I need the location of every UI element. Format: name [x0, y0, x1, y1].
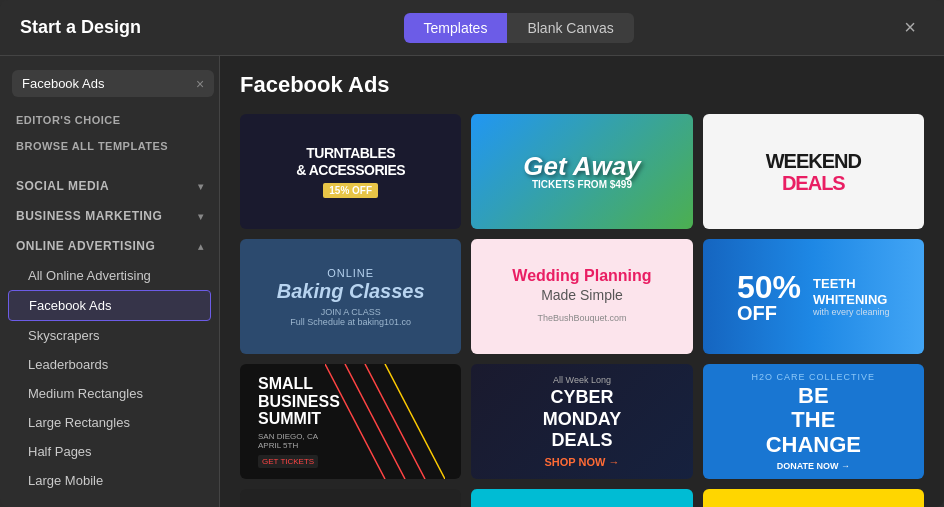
- template-card[interactable]: H2O CARE COLLECTIVE BETHECHANGE DONATE N…: [703, 364, 924, 479]
- template-card[interactable]: WEEKENDDEALS: [703, 114, 924, 229]
- chevron-up-icon: ▴: [198, 241, 204, 252]
- tab-templates[interactable]: Templates: [404, 13, 508, 43]
- chevron-down-icon: ▾: [198, 181, 204, 192]
- start-a-design-modal: Start a Design Templates Blank Canvas × …: [0, 0, 944, 507]
- sidebar-item-skyscrapers[interactable]: Skyscrapers: [0, 321, 219, 350]
- sidebar-item-leaderboards[interactable]: Leaderboards: [0, 350, 219, 379]
- close-button[interactable]: ×: [896, 12, 924, 43]
- search-input[interactable]: [22, 76, 190, 91]
- template-card[interactable]: All Week Long CYBERMONDAYDEALS SHOP NOW …: [471, 364, 692, 479]
- content-title: Facebook Ads: [240, 72, 924, 98]
- sidebar-item-facebook-ads[interactable]: Facebook Ads: [8, 290, 211, 321]
- sidebar-item-business-marketing[interactable]: BUSINESS MARKETING ▾: [0, 201, 219, 231]
- category-label: BUSINESS MARKETING: [16, 209, 162, 223]
- modal-header: Start a Design Templates Blank Canvas ×: [0, 0, 944, 56]
- sidebar-item-half-pages[interactable]: Half Pages: [0, 437, 219, 466]
- sidebar-item-social-media[interactable]: SOCIAL MEDIA ▾: [0, 171, 219, 201]
- template-card[interactable]: [471, 489, 692, 507]
- category-label: ONLINE ADVERTISING: [16, 239, 155, 253]
- category-label: SOCIAL MEDIA: [16, 179, 109, 193]
- template-card[interactable]: TURNTABLES& ACCESSORIES 15% OFF: [240, 114, 461, 229]
- sidebar-item-online-advertising[interactable]: ONLINE ADVERTISING ▴: [0, 231, 219, 261]
- template-card[interactable]: Wedding Planning Made SimpleTheBushBouqu…: [471, 239, 692, 354]
- tab-blank-canvas[interactable]: Blank Canvas: [507, 13, 633, 43]
- clear-search-button[interactable]: ×: [196, 77, 204, 91]
- sidebar: × EDITOR'S CHOICE BROWSE ALL TEMPLATES S…: [0, 56, 220, 507]
- template-card[interactable]: [703, 489, 924, 507]
- templates-grid: TURNTABLES& ACCESSORIES 15% OFF Get Away…: [240, 114, 924, 507]
- header-tabs: Templates Blank Canvas: [404, 13, 634, 43]
- template-card[interactable]: SmallBusinessSummit SAN DIEGO, CAAPRIL 5…: [240, 364, 461, 479]
- sidebar-item-all-online-advertising[interactable]: All Online Advertising: [0, 261, 219, 290]
- template-card[interactable]: 50% OFF TEETHWHITENING with every cleani…: [703, 239, 924, 354]
- browse-all-link[interactable]: BROWSE ALL TEMPLATES: [0, 133, 219, 159]
- template-card[interactable]: Online Baking Classes JOIN A CLASSFull S…: [240, 239, 461, 354]
- main-content: Facebook Ads TURNTABLES& ACCESSORIES 15%…: [220, 56, 944, 507]
- sidebar-item-large-rectangles[interactable]: Large Rectangles: [0, 408, 219, 437]
- template-card[interactable]: Get Away TICKETS FROM $499: [471, 114, 692, 229]
- search-wrapper: ×: [12, 70, 214, 97]
- sidebar-item-medium-rectangles[interactable]: Medium Rectangles: [0, 379, 219, 408]
- sidebar-item-large-mobile[interactable]: Large Mobile: [0, 466, 219, 495]
- search-area: ×: [0, 56, 219, 107]
- editors-choice-link[interactable]: EDITOR'S CHOICE: [0, 107, 219, 133]
- modal-title: Start a Design: [20, 17, 141, 38]
- template-card[interactable]: [240, 489, 461, 507]
- chevron-down-icon: ▾: [198, 211, 204, 222]
- modal-body: × EDITOR'S CHOICE BROWSE ALL TEMPLATES S…: [0, 56, 944, 507]
